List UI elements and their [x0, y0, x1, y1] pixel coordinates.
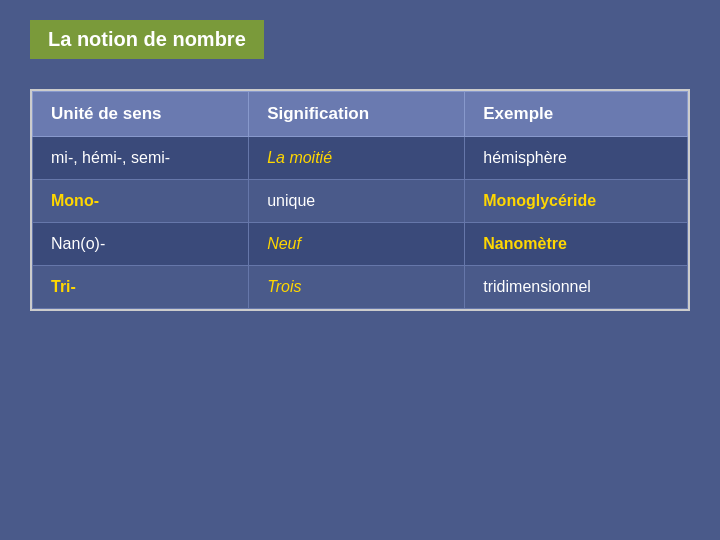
title-bar: La notion de nombre — [30, 20, 264, 59]
table-row: Mono-uniqueMonoglycéride — [33, 180, 688, 223]
header-exemple: Exemple — [465, 92, 688, 137]
header-signification: Signification — [249, 92, 465, 137]
cell-unite: Mono- — [33, 180, 249, 223]
cell-signification: unique — [249, 180, 465, 223]
table-wrapper: Unité de sens Signification Exemple mi-,… — [30, 89, 690, 311]
table-header-row: Unité de sens Signification Exemple — [33, 92, 688, 137]
table-row: mi-, hémi-, semi-La moitiéhémisphère — [33, 137, 688, 180]
cell-signification: Trois — [249, 266, 465, 309]
table-row: Nan(o)-NeufNanomètre — [33, 223, 688, 266]
cell-signification: Neuf — [249, 223, 465, 266]
table-row: Tri-Troistridimensionnel — [33, 266, 688, 309]
cell-unite: mi-, hémi-, semi- — [33, 137, 249, 180]
page-title: La notion de nombre — [48, 28, 246, 50]
cell-signification: La moitié — [249, 137, 465, 180]
cell-exemple: hémisphère — [465, 137, 688, 180]
cell-unite: Nan(o)- — [33, 223, 249, 266]
cell-unite: Tri- — [33, 266, 249, 309]
cell-exemple: tridimensionnel — [465, 266, 688, 309]
header-unite: Unité de sens — [33, 92, 249, 137]
main-table: Unité de sens Signification Exemple mi-,… — [32, 91, 688, 309]
cell-exemple: Monoglycéride — [465, 180, 688, 223]
cell-exemple: Nanomètre — [465, 223, 688, 266]
